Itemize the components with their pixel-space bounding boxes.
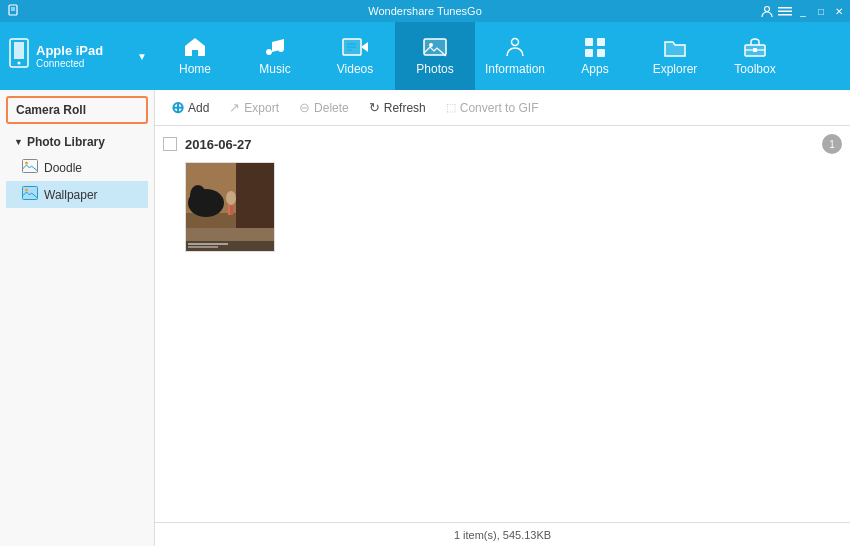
- user-icon-btn[interactable]: [760, 4, 774, 18]
- title-bar-icon: [8, 3, 22, 19]
- sidebar-item-wallpaper-label: Wallpaper: [44, 188, 98, 202]
- svg-point-27: [25, 162, 28, 165]
- refresh-button[interactable]: ↻ Refresh: [361, 97, 434, 118]
- sidebar-item-doodle[interactable]: Doodle: [6, 154, 148, 181]
- device-dropdown-icon[interactable]: ▼: [137, 51, 147, 62]
- svg-rect-19: [585, 38, 593, 46]
- close-btn[interactable]: ✕: [832, 4, 846, 18]
- nav-item-apps[interactable]: Apps: [555, 22, 635, 90]
- nav-bar: Apple iPad Connected ▼ Home Music: [0, 22, 850, 90]
- nav-item-home[interactable]: Home: [155, 22, 235, 90]
- svg-rect-20: [597, 38, 605, 46]
- export-button[interactable]: ↗ Export: [221, 97, 287, 118]
- svg-rect-41: [188, 246, 218, 248]
- svg-point-35: [226, 191, 236, 205]
- doodle-photo-icon: [22, 159, 38, 176]
- svg-rect-6: [778, 14, 792, 16]
- svg-rect-4: [778, 7, 792, 9]
- nav-item-toolbox[interactable]: Toolbox: [715, 22, 795, 90]
- nav-item-explorer-label: Explorer: [653, 62, 698, 76]
- svg-marker-12: [361, 42, 368, 52]
- svg-point-34: [190, 185, 206, 205]
- svg-point-17: [429, 43, 433, 47]
- nav-item-videos-label: Videos: [337, 62, 373, 76]
- add-icon: ⊕: [171, 98, 184, 117]
- nav-item-videos[interactable]: Videos: [315, 22, 395, 90]
- sidebar-camera-roll-title[interactable]: Camera Roll: [8, 98, 146, 122]
- svg-rect-37: [230, 205, 233, 215]
- window-controls[interactable]: _ □ ✕: [760, 4, 846, 18]
- export-label: Export: [244, 101, 279, 115]
- svg-point-9: [18, 62, 21, 65]
- delete-icon: ⊖: [299, 100, 310, 115]
- photo-grid: [163, 162, 842, 252]
- nav-item-toolbox-label: Toolbox: [734, 62, 775, 76]
- nav-item-information[interactable]: Information: [475, 22, 555, 90]
- sidebar-item-doodle-label: Doodle: [44, 161, 82, 175]
- toolbar: ⊕ Add ↗ Export ⊖ Delete ↻ Refresh ⬚ Conv…: [155, 90, 850, 126]
- nav-item-photos-label: Photos: [416, 62, 453, 76]
- date-checkbox[interactable]: [163, 137, 177, 151]
- nav-item-music-label: Music: [259, 62, 290, 76]
- photo-area: 2016-06-27 1: [155, 126, 850, 522]
- refresh-icon: ↻: [369, 100, 380, 115]
- device-info[interactable]: Apple iPad Connected ▼: [0, 38, 155, 74]
- nav-items: Home Music Videos Ph: [155, 22, 850, 90]
- photo-thumbnail[interactable]: [185, 162, 275, 252]
- status-text: 1 item(s), 545.13KB: [454, 529, 551, 541]
- svg-rect-5: [778, 11, 792, 13]
- sidebar-item-wallpaper[interactable]: Wallpaper: [6, 181, 148, 208]
- svg-point-3: [765, 7, 770, 12]
- nav-item-music[interactable]: Music: [235, 22, 315, 90]
- photo-library-label: Photo Library: [27, 135, 105, 149]
- menu-icon-btn[interactable]: [778, 4, 792, 18]
- device-status: Connected: [36, 58, 131, 69]
- refresh-label: Refresh: [384, 101, 426, 115]
- nav-item-apps-label: Apps: [581, 62, 608, 76]
- app-title: Wondershare TunesGo: [368, 5, 482, 17]
- date-header: 2016-06-27 1: [163, 134, 842, 154]
- device-name: Apple iPad: [36, 43, 131, 58]
- delete-label: Delete: [314, 101, 349, 115]
- svg-rect-25: [753, 48, 757, 52]
- device-icon: [8, 38, 30, 74]
- sidebar-photo-library-section: ▼ Photo Library Doodle: [6, 130, 148, 208]
- device-text: Apple iPad Connected: [36, 43, 131, 69]
- export-icon: ↗: [229, 100, 240, 115]
- svg-rect-22: [597, 49, 605, 57]
- date-count: 1: [822, 134, 842, 154]
- svg-rect-21: [585, 49, 593, 57]
- date-label: 2016-06-27: [185, 137, 814, 152]
- chevron-down-icon: ▼: [14, 137, 23, 147]
- title-bar: Wondershare TunesGo _ □ ✕: [0, 0, 850, 22]
- add-button[interactable]: ⊕ Add: [163, 95, 217, 120]
- svg-rect-28: [23, 187, 38, 200]
- add-label: Add: [188, 101, 209, 115]
- minimize-btn[interactable]: _: [796, 4, 810, 18]
- svg-rect-26: [23, 160, 38, 173]
- convert-gif-label: Convert to GIF: [460, 101, 539, 115]
- svg-point-29: [25, 189, 28, 192]
- maximize-btn[interactable]: □: [814, 4, 828, 18]
- svg-rect-8: [14, 42, 24, 59]
- nav-item-photos[interactable]: Photos: [395, 22, 475, 90]
- wallpaper-photo-icon: [22, 186, 38, 203]
- svg-point-18: [512, 39, 519, 46]
- status-bar: 1 item(s), 545.13KB: [155, 522, 850, 546]
- nav-item-information-label: Information: [485, 62, 545, 76]
- sidebar-photo-library-title[interactable]: ▼ Photo Library: [6, 130, 148, 154]
- convert-gif-icon: ⬚: [446, 101, 456, 114]
- sidebar-camera-roll-section: Camera Roll: [6, 96, 148, 124]
- nav-item-explorer[interactable]: Explorer: [635, 22, 715, 90]
- convert-to-gif-button[interactable]: ⬚ Convert to GIF: [438, 98, 547, 118]
- main-content: Camera Roll ▼ Photo Library Doodle: [0, 90, 850, 546]
- svg-rect-40: [188, 243, 228, 245]
- nav-item-home-label: Home: [179, 62, 211, 76]
- delete-button[interactable]: ⊖ Delete: [291, 97, 357, 118]
- sidebar: Camera Roll ▼ Photo Library Doodle: [0, 90, 155, 546]
- content-area: ⊕ Add ↗ Export ⊖ Delete ↻ Refresh ⬚ Conv…: [155, 90, 850, 546]
